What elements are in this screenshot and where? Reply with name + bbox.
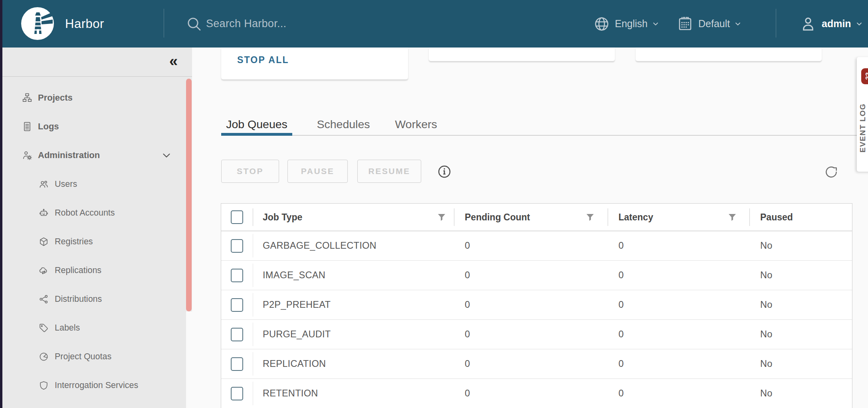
sidebar-item-users[interactable]: Users (2, 170, 186, 198)
cell-latency: 0 (608, 379, 749, 408)
harbor-app: Harbor English (0, 0, 868, 408)
calendar-grid-icon (677, 16, 694, 32)
language-dropdown[interactable]: English (593, 0, 660, 48)
row-checkbox[interactable] (231, 357, 243, 371)
admin-user-gear-icon (22, 150, 32, 160)
cell-paused: No (749, 379, 852, 408)
select-all-checkbox[interactable] (231, 210, 243, 224)
row-checkbox[interactable] (231, 269, 243, 282)
stop-button[interactable]: STOP (221, 160, 279, 183)
stop-all-button[interactable]: STOP ALL (237, 55, 289, 65)
cell-pending: 0 (454, 349, 608, 378)
resume-button[interactable]: RESUME (357, 160, 421, 183)
event-log-label[interactable]: EVENT LOG (857, 91, 868, 165)
cell-latency: 0 (608, 261, 749, 290)
language-label: English (615, 18, 648, 30)
sidebar-nav: « Projects Logs (2, 48, 192, 408)
cell-job-type: P2P_PREHEAT (253, 290, 454, 319)
filter-icon[interactable] (585, 212, 595, 222)
table-row: REPLICATION 0 0 No (221, 349, 852, 379)
row-checkbox[interactable] (231, 387, 243, 400)
table-row: GARBAGE_COLLECTION 0 0 No (221, 231, 852, 261)
hierarchy-icon (22, 93, 32, 103)
document-icon (22, 121, 32, 132)
cell-paused: No (749, 290, 852, 319)
sidebar-item-administration[interactable]: Administration (2, 141, 186, 170)
cell-paused: No (749, 231, 852, 260)
harbor-logo-icon[interactable] (21, 7, 54, 40)
sidebar-item-replications[interactable]: Replications (2, 256, 186, 285)
sidebar-item-interrogation-services[interactable]: Interrogation Services (2, 371, 186, 400)
cell-job-type: IMAGE_SCAN (253, 261, 454, 290)
cell-job-type: RETENTION (253, 379, 454, 408)
navbar-divider (776, 9, 776, 38)
tab-schedules[interactable]: Schedules (311, 113, 375, 135)
username-label: admin (822, 18, 851, 30)
partial-card (636, 48, 822, 61)
chevron-down-icon (855, 20, 863, 28)
column-header-paused[interactable]: Paused (749, 204, 852, 231)
cell-pending: 0 (454, 320, 608, 349)
sidebar-scrollbar-track (186, 311, 192, 408)
refresh-icon[interactable] (824, 165, 838, 179)
partial-card (429, 48, 615, 61)
theme-label: Default (698, 18, 730, 30)
cloud-sync-icon (39, 265, 49, 275)
tab-job-queues[interactable]: Job Queues (221, 113, 292, 135)
cell-pending: 0 (454, 261, 608, 290)
navbar-divider (164, 9, 164, 38)
select-all-cell (221, 204, 253, 231)
event-log-badge: 33 (861, 68, 868, 84)
cell-pending: 0 (454, 379, 608, 408)
row-checkbox[interactable] (231, 328, 243, 341)
sidebar-collapse-icon[interactable]: « (169, 52, 178, 70)
sidebar-menu: Projects Logs (2, 83, 186, 400)
cell-paused: No (749, 320, 852, 349)
cell-paused: No (749, 349, 852, 378)
cell-latency: 0 (608, 349, 749, 378)
sidebar-item-labels[interactable]: Labels (2, 313, 186, 342)
filter-icon[interactable] (727, 212, 737, 222)
shield-icon (39, 380, 49, 390)
cube-icon (39, 237, 49, 247)
filter-icon[interactable] (437, 212, 446, 222)
job-service-card: STOP ALL (221, 48, 408, 79)
search-icon (186, 16, 202, 32)
pause-button[interactable]: PAUSE (287, 160, 348, 183)
cell-latency: 0 (608, 320, 749, 349)
cell-latency: 0 (608, 231, 749, 260)
robot-icon (39, 208, 49, 218)
user-menu-dropdown[interactable]: admin (799, 0, 863, 48)
tag-icon (39, 323, 49, 333)
chevron-down-icon[interactable] (161, 150, 172, 160)
sidebar-item-distributions[interactable]: Distributions (2, 285, 186, 313)
sidebar-header: « (2, 48, 192, 77)
chevron-down-icon (652, 20, 660, 28)
table-header-row: Job Type Pending Count Latency Paused (221, 204, 852, 231)
info-icon[interactable] (437, 164, 452, 179)
global-search (186, 0, 375, 48)
tabs-bottom-border (221, 135, 857, 136)
sidebar-item-logs[interactable]: Logs (2, 112, 186, 141)
cell-job-type: REPLICATION (253, 349, 454, 378)
cell-pending: 0 (454, 231, 608, 260)
search-input[interactable] (205, 17, 375, 30)
pie-chart-icon (39, 352, 49, 362)
sidebar-item-registries[interactable]: Registries (2, 227, 186, 256)
cell-job-type: PURGE_AUDIT (253, 320, 454, 349)
tab-workers[interactable]: Workers (383, 113, 449, 135)
row-checkbox[interactable] (231, 298, 243, 312)
brand-title[interactable]: Harbor (65, 0, 104, 48)
sidebar-item-robot-accounts[interactable]: Robot Accounts (2, 198, 186, 227)
sidebar-item-projects[interactable]: Projects (2, 83, 186, 112)
user-icon (799, 15, 817, 33)
sidebar-scrollbar-thumb[interactable] (186, 79, 192, 311)
row-checkbox[interactable] (231, 239, 243, 253)
table-row: IMAGE_SCAN 0 0 No (221, 261, 852, 290)
theme-dropdown[interactable]: Default (677, 0, 742, 48)
column-header-pending-count[interactable]: Pending Count (454, 204, 608, 231)
table-row: PURGE_AUDIT 0 0 No (221, 320, 852, 349)
sidebar-item-project-quotas[interactable]: Project Quotas (2, 342, 186, 371)
column-header-job-type[interactable]: Job Type (253, 204, 454, 231)
cell-latency: 0 (608, 290, 749, 319)
